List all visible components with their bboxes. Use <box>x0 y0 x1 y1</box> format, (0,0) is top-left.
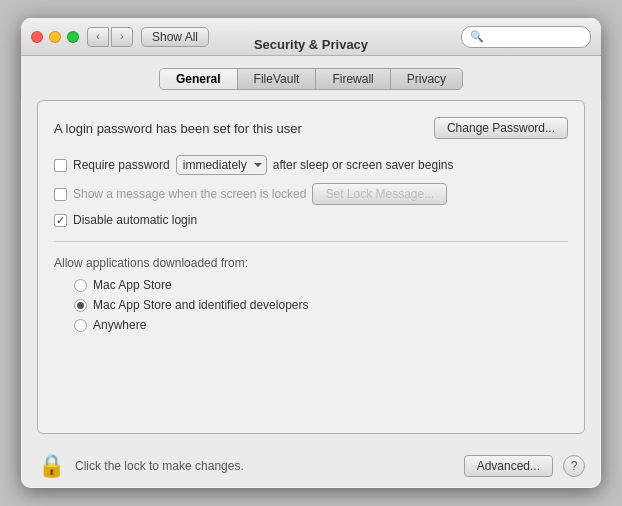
content-area: A login password has been set for this u… <box>37 100 585 434</box>
search-bar[interactable]: 🔍 <box>461 26 591 48</box>
change-password-button[interactable]: Change Password... <box>434 117 568 139</box>
forward-button[interactable]: › <box>111 27 133 47</box>
show-message-label: Show a message when the screen is locked <box>73 187 306 201</box>
after-sleep-label: after sleep or screen saver begins <box>273 158 454 172</box>
allow-apps-title: Allow applications downloaded from: <box>54 256 568 270</box>
back-button[interactable]: ‹ <box>87 27 109 47</box>
main-window: ‹ › Show All Security & Privacy 🔍 Genera… <box>21 18 601 488</box>
radio-mac-app-store-label: Mac App Store <box>93 278 172 292</box>
minimize-button[interactable] <box>49 31 61 43</box>
search-icon: 🔍 <box>470 30 484 43</box>
require-password-checkbox[interactable] <box>54 159 67 172</box>
radio-anywhere-button[interactable] <box>74 319 87 332</box>
radio-group: Mac App Store Mac App Store and identifi… <box>54 278 568 332</box>
advanced-button[interactable]: Advanced... <box>464 455 553 477</box>
radio-mac-app-store-button[interactable] <box>74 279 87 292</box>
password-row: A login password has been set for this u… <box>54 117 568 139</box>
radio-mac-app-store-identified-label: Mac App Store and identified developers <box>93 298 308 312</box>
disable-autologin-checkbox[interactable] <box>54 214 67 227</box>
require-password-row: Require password immediately after sleep… <box>54 155 568 175</box>
titlebar: ‹ › Show All Security & Privacy 🔍 <box>21 18 601 56</box>
settings-section: Require password immediately after sleep… <box>54 149 568 227</box>
bottom-bar: 🔒 Click the lock to make changes. Advanc… <box>21 444 601 488</box>
require-password-dropdown[interactable]: immediately <box>176 155 267 175</box>
radio-mac-app-store-identified-button[interactable] <box>74 299 87 312</box>
show-message-row: Show a message when the screen is locked… <box>54 183 568 205</box>
show-all-button[interactable]: Show All <box>141 27 209 47</box>
divider <box>54 241 568 242</box>
help-button[interactable]: ? <box>563 455 585 477</box>
lock-icon[interactable]: 🔒 <box>37 452 65 480</box>
disable-autologin-row: Disable automatic login <box>54 213 568 227</box>
set-lock-message-button[interactable]: Set Lock Message... <box>312 183 447 205</box>
tab-privacy[interactable]: Privacy <box>391 69 462 89</box>
tab-general[interactable]: General <box>160 69 238 89</box>
radio-mac-app-store-identified: Mac App Store and identified developers <box>74 298 568 312</box>
require-password-label: Require password <box>73 158 170 172</box>
radio-mac-app-store: Mac App Store <box>74 278 568 292</box>
tab-filevault[interactable]: FileVault <box>238 69 317 89</box>
lock-message: Click the lock to make changes. <box>75 459 454 473</box>
radio-anywhere: Anywhere <box>74 318 568 332</box>
window-title: Security & Privacy <box>254 37 368 52</box>
tab-firewall[interactable]: Firewall <box>316 69 390 89</box>
traffic-lights <box>31 31 79 43</box>
password-set-label: A login password has been set for this u… <box>54 121 302 136</box>
radio-anywhere-label: Anywhere <box>93 318 146 332</box>
close-button[interactable] <box>31 31 43 43</box>
maximize-button[interactable] <box>67 31 79 43</box>
allow-section: Allow applications downloaded from: Mac … <box>54 256 568 332</box>
tabs-row: General FileVault Firewall Privacy <box>21 56 601 100</box>
nav-buttons: ‹ › <box>87 27 133 47</box>
search-input[interactable] <box>488 30 582 44</box>
show-message-checkbox[interactable] <box>54 188 67 201</box>
disable-autologin-label: Disable automatic login <box>73 213 197 227</box>
tabs-container: General FileVault Firewall Privacy <box>159 68 463 90</box>
